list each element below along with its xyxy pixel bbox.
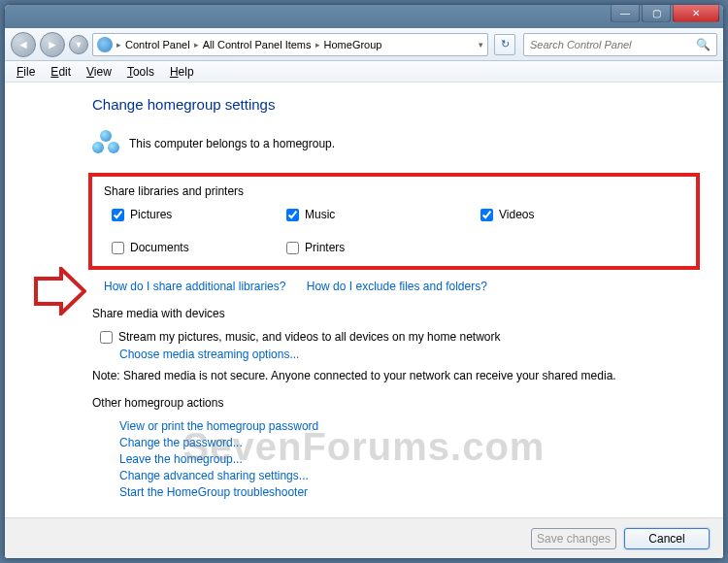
homegroup-icon [97, 37, 113, 52]
share-media-section: Share media with devices Stream my pictu… [92, 307, 694, 382]
menu-bar: File Edit View Tools Help [5, 61, 723, 83]
maximize-button[interactable]: ▢ [642, 5, 671, 22]
forward-button[interactable]: ► [40, 32, 65, 57]
checkbox-documents[interactable]: Documents [112, 241, 286, 254]
save-button: Save changes [531, 528, 616, 549]
window: — ▢ ✕ ◄ ► ▼ ▸ Control Panel ▸ All Contro… [4, 4, 724, 559]
minimize-button[interactable]: — [611, 5, 640, 22]
section-heading: Share media with devices [92, 307, 694, 320]
menu-help[interactable]: Help [162, 63, 202, 81]
chevron-right-icon: ▸ [116, 40, 121, 50]
checkbox-music[interactable]: Music [286, 208, 480, 221]
content-area: Change homegroup settings This computer … [5, 83, 723, 517]
address-bar[interactable]: ▸ Control Panel ▸ All Control Panel Item… [92, 33, 488, 56]
chevron-right-icon: ▸ [315, 40, 320, 50]
footer: Save changes Cancel [5, 517, 723, 558]
checkbox-printers[interactable]: Printers [286, 241, 480, 254]
security-note: Note: Shared media is not secure. Anyone… [92, 369, 694, 382]
menu-edit[interactable]: Edit [43, 63, 79, 81]
checkbox-pictures[interactable]: Pictures [112, 208, 286, 221]
link-view-password[interactable]: View or print the homegroup password [119, 419, 694, 433]
menu-view[interactable]: View [79, 63, 119, 81]
homegroup-status: This computer belongs to a homegroup. [92, 130, 704, 157]
share-libraries-section: Share libraries and printers Pictures Mu… [88, 173, 700, 270]
checkbox-videos[interactable]: Videos [480, 208, 684, 221]
callout-arrow-icon [34, 267, 86, 315]
breadcrumb-control-panel[interactable]: Control Panel [125, 39, 190, 50]
help-links: How do I share additional libraries? How… [104, 280, 704, 293]
search-box[interactable]: 🔍 [523, 33, 717, 56]
titlebar: — ▢ ✕ [5, 5, 723, 28]
page-title: Change homegroup settings [92, 96, 704, 113]
history-dropdown[interactable]: ▼ [69, 35, 88, 54]
homegroup-logo-icon [92, 130, 119, 157]
link-exclude-files[interactable]: How do I exclude files and folders? [307, 280, 487, 293]
chevron-right-icon: ▸ [194, 40, 199, 50]
back-button[interactable]: ◄ [11, 32, 36, 57]
cancel-button[interactable]: Cancel [624, 528, 710, 549]
link-choose-media-options[interactable]: Choose media streaming options... [119, 348, 694, 361]
status-text: This computer belongs to a homegroup. [129, 137, 335, 150]
link-advanced-sharing[interactable]: Change advanced sharing settings... [119, 469, 694, 482]
link-leave-homegroup[interactable]: Leave the homegroup... [119, 452, 694, 466]
menu-file[interactable]: File [9, 63, 43, 81]
breadcrumb-homegroup[interactable]: HomeGroup [324, 39, 382, 50]
refresh-button[interactable]: ↻ [494, 34, 515, 55]
nav-toolbar: ◄ ► ▼ ▸ Control Panel ▸ All Control Pane… [5, 28, 723, 61]
other-actions-section: Other homegroup actions View or print th… [92, 396, 694, 499]
section-heading: Other homegroup actions [92, 396, 694, 410]
link-share-additional[interactable]: How do I share additional libraries? [104, 280, 285, 293]
section-heading: Share libraries and printers [104, 184, 684, 198]
checkbox-stream[interactable]: Stream my pictures, music, and videos to… [92, 330, 694, 344]
breadcrumb-all-items[interactable]: All Control Panel Items [203, 39, 312, 50]
menu-tools[interactable]: Tools [119, 63, 162, 81]
search-icon: 🔍 [696, 38, 711, 51]
link-troubleshooter[interactable]: Start the HomeGroup troubleshooter [119, 485, 694, 499]
link-change-password[interactable]: Change the password... [119, 436, 694, 449]
search-input[interactable] [530, 39, 696, 50]
close-button[interactable]: ✕ [673, 5, 719, 22]
breadcrumb-dropdown[interactable]: ▾ [479, 40, 483, 50]
